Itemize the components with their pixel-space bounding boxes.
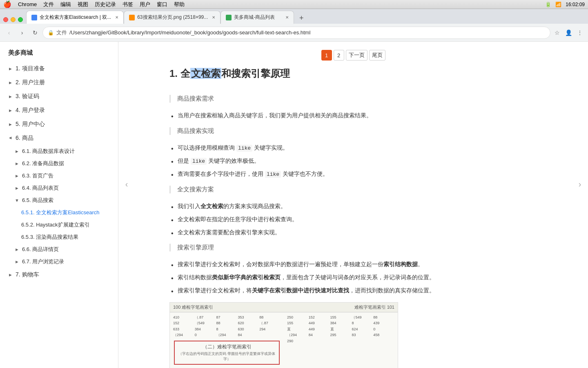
article-title: 1. 全文检索和搜索引擎原理 — [169, 67, 537, 85]
menu-view[interactable]: 视图 — [78, 1, 88, 8]
section-4-title: 搜索引擎原理 — [177, 244, 537, 251]
bullet-2-3: 查询需要在多个字段中进行，使用 like 关键字也不方便。 — [169, 169, 537, 179]
sidebar-item-6-7[interactable]: ► 6.7. 用户浏览记录 — [0, 256, 118, 268]
tab-3[interactable]: 美多商城-商品列表 ✕ — [220, 11, 294, 24]
sidebar-label-6-4: 6.4. 商品列表页 — [22, 184, 59, 192]
time-display: 16:02:09 — [566, 2, 585, 7]
page-btn-1[interactable]: 1 — [321, 50, 332, 61]
section-1-title: 商品搜索需求 — [177, 95, 537, 103]
page-next-btn[interactable]: 下一页 — [346, 50, 368, 61]
arrow-icon-6-3: ► — [15, 173, 20, 178]
tab-2-close[interactable]: ✕ — [210, 14, 217, 21]
forward-button[interactable]: › — [16, 27, 28, 38]
section-2: 商品搜索实现 — [169, 127, 537, 135]
menu-bookmarks[interactable]: 书签 — [122, 1, 133, 8]
sidebar-item-6-5-3[interactable]: 6.5.3. 渲染商品搜索结果 — [0, 231, 118, 243]
menu-window[interactable]: 窗口 — [157, 1, 167, 8]
menu-file[interactable]: 文件 — [43, 1, 54, 8]
new-tab-button[interactable]: + — [296, 12, 307, 24]
window-minimize[interactable] — [11, 17, 16, 22]
arrow-icon-6-4: ► — [15, 186, 20, 191]
apple-menu[interactable]: 🍎 — [3, 0, 11, 8]
url-bar[interactable]: 🔒 文件 /Users/zhangjie/GitBook/Library/Imp… — [42, 27, 550, 39]
sidebar-item-6-5-1[interactable]: 6.5.1. 全文检索方案Elasticsearch — [0, 206, 118, 219]
sidebar-item-6-4[interactable]: ► 6.4. 商品列表页 — [0, 182, 118, 194]
sidebar-item-6-2[interactable]: ► 6.2. 准备商品数据 — [0, 157, 118, 170]
wifi-icon: 📶 — [555, 2, 561, 7]
prev-page-nav[interactable]: ‹ — [120, 172, 133, 196]
sidebar-item-6-3[interactable]: ► 6.3. 首页广告 — [0, 170, 118, 182]
sidebar-item-6-5[interactable]: ▼ 6.5. 商品搜索 — [0, 194, 118, 206]
menu-history[interactable]: 历史记录 — [95, 1, 116, 8]
sidebar-item-6-5-2[interactable]: 6.5.2. Haystack扩展建立索引 — [0, 219, 118, 231]
sidebar-item-6[interactable]: ▼ 6. 商品 — [0, 131, 118, 145]
sidebar-item-7[interactable]: ► 7. 购物车 — [0, 268, 118, 282]
sidebar-label-6-1: 6.1. 商品数据库表设计 — [22, 148, 75, 155]
sidebar-label-6-5-1: 6.5.1. 全文检索方案Elasticsearch — [21, 209, 99, 216]
bullet-3-1: 我们引入全文检索的方案来实现商品搜索。 — [169, 202, 537, 211]
tab-2-title: 63搜索结果分页.png (2518×99... — [137, 14, 208, 21]
refresh-button[interactable]: ↻ — [29, 27, 41, 38]
macos-status-bar: 🔋 📶 16:02:09 — [545, 2, 585, 7]
dict-page-right: 难检字笔画索引 101 — [284, 303, 398, 312]
arrow-icon-7: ► — [8, 272, 13, 277]
bullet-4-2: 索引结构数据类似新华字典的索引检索页，里面包含了关键词与词条的对应关系，并记录词… — [169, 273, 537, 283]
sidebar-item-2[interactable]: ► 2. 用户注册 — [0, 76, 118, 90]
tab-1-title: 全文检索方案Elasticsearch | 双... — [40, 14, 111, 21]
menu-help[interactable]: 帮助 — [174, 1, 185, 8]
arrow-icon-6-2: ► — [15, 161, 20, 166]
section-3-bullets: 我们引入全文检索的方案来实现商品搜索。 全文检索即在指定的任意字段中进行检索查询… — [169, 202, 537, 237]
sidebar-item-6-6[interactable]: ► 6.6. 商品详情页 — [0, 243, 118, 256]
back-button[interactable]: ‹ — [3, 27, 15, 38]
article-title-highlight: 文检索 — [190, 68, 221, 79]
dict-body: 410（.878735388 152（54988 620（.876333848 … — [170, 312, 398, 368]
sidebar-label-6-6: 6.6. 商品详情页 — [22, 246, 59, 253]
arrow-icon-5: ► — [8, 122, 13, 127]
dict-col-right: 250152155（54988 1554493848 439直449直6240 … — [284, 312, 398, 368]
main-content: 1 2 下一页 尾页 1. 全文检索和搜索引擎原理 商品搜索需求 当用户在搜索框… — [118, 42, 588, 368]
section-1: 商品搜索需求 — [169, 95, 537, 103]
next-page-nav[interactable]: › — [574, 172, 586, 196]
sidebar: 美多商城 ► 1. 项目准备 ► 2. 用户注册 ► 3. 验证码 ► 4. 用… — [0, 42, 118, 368]
arrow-icon-6-5: ▼ — [15, 198, 20, 203]
sidebar-label-6-7: 6.7. 用户浏览记录 — [22, 258, 64, 265]
arrow-icon-1: ► — [8, 66, 13, 71]
menu-chrome[interactable]: Chrome — [18, 1, 37, 7]
url-protocol: 文件 — [56, 29, 67, 36]
dict-page-left: 100 难检字笔画索引 — [170, 303, 284, 312]
bookmark-star-icon[interactable]: ☆ — [552, 28, 562, 38]
section-3-title: 全文搜索方案 — [177, 186, 537, 193]
sidebar-label-6-3: 6.3. 首页广告 — [22, 172, 53, 180]
tab-3-title: 美多商城-商品列表 — [234, 14, 281, 21]
window-close[interactable] — [3, 17, 8, 22]
menu-edit[interactable]: 编辑 — [60, 1, 71, 8]
arrow-icon-4: ► — [8, 108, 13, 113]
menu-people[interactable]: 用户 — [140, 1, 150, 8]
window-maximize[interactable] — [18, 17, 23, 22]
sidebar-label-3: 3. 验证码 — [16, 93, 39, 100]
section-4-bullets: 搜索引擎进行全文检索时，会对数据库中的数据进行一遍预处理，单独建立起一份索引结构… — [169, 260, 537, 295]
sidebar-item-5[interactable]: ► 5. 用户中心 — [0, 117, 118, 131]
more-options-icon[interactable]: ⋮ — [575, 28, 585, 38]
sidebar-label-2: 2. 用户注册 — [16, 79, 45, 86]
section-3: 全文搜索方案 — [169, 186, 537, 193]
tab-3-close[interactable]: ✕ — [284, 14, 290, 21]
sidebar-label-6-5-2: 6.5.2. Haystack扩展建立索引 — [21, 221, 90, 229]
tab-2[interactable]: 63搜索结果分页.png (2518×99... ✕ — [124, 11, 220, 24]
macos-menubar: 🍎 Chrome 文件 编辑 视图 历史记录 书签 用户 窗口 帮助 🔋 📶 1… — [0, 0, 588, 9]
sidebar-item-4[interactable]: ► 4. 用户登录 — [0, 103, 118, 117]
dict-box: （二）难检字笔画索引 （字右边的号码指正文的页码 带圆括号的字是繁体字或异体字） — [174, 341, 280, 365]
account-icon[interactable]: 👤 — [564, 28, 573, 38]
page-btn-2[interactable]: 2 — [334, 50, 344, 61]
tab-1-close[interactable]: ✕ — [114, 14, 120, 21]
sidebar-item-6-1[interactable]: ► 6.1. 商品数据库表设计 — [0, 145, 118, 157]
address-bar-right: ☆ 👤 ⋮ — [552, 28, 585, 38]
page-last-btn[interactable]: 尾页 — [369, 50, 385, 61]
sidebar-item-1[interactable]: ► 1. 项目准备 — [0, 62, 118, 76]
arrow-icon-3: ► — [8, 94, 13, 99]
chrome-window: 全文检索方案Elasticsearch | 双... ✕ 63搜索结果分页.pn… — [0, 9, 588, 368]
sidebar-item-3[interactable]: ► 3. 验证码 — [0, 90, 118, 103]
tab-1[interactable]: 全文检索方案Elasticsearch | 双... ✕ — [26, 11, 124, 24]
dict-box-subtitle: （字右边的号码指正文的页码 带圆括号的字是繁体字或异体字） — [178, 351, 276, 362]
browser-content: 美多商城 ► 1. 项目准备 ► 2. 用户注册 ► 3. 验证码 ► 4. 用… — [0, 42, 588, 368]
